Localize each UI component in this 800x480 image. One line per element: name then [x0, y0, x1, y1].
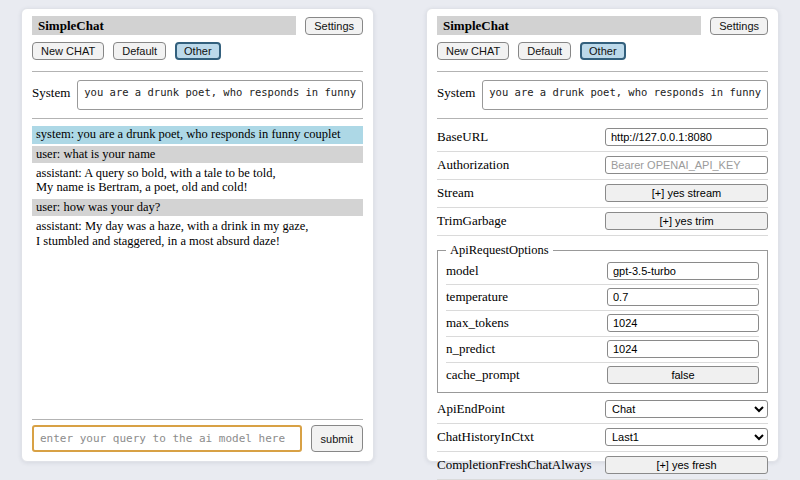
chat-message-user: user: what is your name — [32, 146, 363, 163]
setting-row-max-tokens: max_tokens — [446, 311, 759, 337]
message-line: user: what is your name — [36, 147, 359, 161]
setting-label: ApiEndPoint — [437, 401, 505, 417]
trimgarbage-toggle-button[interactable]: [+] yes trim — [605, 212, 768, 230]
message-line: My name is Bertram, a poet, old and cold… — [36, 180, 359, 194]
setting-row-chathistoryinctxt: ChatHistoryInCtxt Last1 — [437, 424, 768, 452]
setting-label: cache_prompt — [446, 367, 520, 383]
system-prompt-input[interactable] — [77, 80, 363, 110]
setting-label: TrimGarbage — [437, 213, 507, 229]
message-line: user: how was your day? — [36, 200, 359, 214]
system-prompt-input[interactable] — [482, 80, 768, 110]
tab-default[interactable]: Default — [518, 42, 571, 60]
setting-row-baseurl: BaseURL — [437, 124, 768, 152]
session-tabs: New CHAT Default Other — [32, 42, 363, 60]
setting-row-completionfreshchatalways: CompletionFreshChatAlways [+] yes fresh — [437, 452, 768, 480]
chat-message-assistant: assistant: A query so bold, with a tale … — [32, 165, 363, 197]
cache-prompt-toggle-button[interactable]: false — [607, 366, 759, 384]
api-request-options-fieldset: ApiRequestOptions model temperature max_… — [437, 243, 768, 393]
setting-row-n-predict: n_predict — [446, 337, 759, 363]
tab-other[interactable]: Other — [580, 42, 626, 60]
tab-default[interactable]: Default — [113, 42, 166, 60]
authorization-input[interactable] — [605, 156, 768, 174]
max-tokens-input[interactable] — [607, 314, 759, 332]
message-line: system: you are a drunk poet, who respon… — [36, 127, 359, 141]
setting-label: n_predict — [446, 341, 495, 357]
setting-row-model: model — [446, 259, 759, 285]
setting-label: ChatHistoryInCtxt — [437, 429, 534, 445]
chat-messages: system: you are a drunk poet, who respon… — [32, 126, 363, 252]
divider — [32, 118, 363, 119]
message-line: I stumbled and staggered, in a most absu… — [36, 234, 359, 248]
app-title: SimpleChat — [437, 16, 701, 35]
query-area: submit — [32, 414, 363, 452]
tab-new-chat[interactable]: New CHAT — [437, 42, 509, 60]
settings-panel: SimpleChat Settings New CHAT Default Oth… — [426, 8, 779, 462]
query-row: submit — [32, 425, 363, 452]
setting-label: model — [446, 263, 479, 279]
divider — [32, 71, 363, 72]
system-label: System — [437, 80, 475, 110]
message-line: assistant: A query so bold, with a tale … — [36, 166, 359, 180]
page: SimpleChat Settings New CHAT Default Oth… — [0, 0, 800, 480]
setting-label: max_tokens — [446, 315, 509, 331]
setting-row-temperature: temperature — [446, 285, 759, 311]
divider — [32, 419, 363, 420]
settings-button[interactable]: Settings — [710, 17, 768, 35]
tab-other[interactable]: Other — [175, 42, 221, 60]
message-line: assistant: My day was a haze, with a dri… — [36, 219, 359, 233]
system-label: System — [32, 80, 70, 110]
n-predict-input[interactable] — [607, 340, 759, 358]
system-prompt-row: System — [437, 80, 768, 110]
divider — [437, 118, 768, 119]
setting-label: Authorization — [437, 157, 509, 173]
stream-toggle-button[interactable]: [+] yes stream — [605, 184, 768, 202]
setting-label: temperature — [446, 289, 508, 305]
setting-row-authorization: Authorization — [437, 152, 768, 180]
app-title: SimpleChat — [32, 16, 296, 35]
query-input[interactable] — [32, 425, 302, 452]
setting-row-stream: Stream [+] yes stream — [437, 180, 768, 208]
tab-new-chat[interactable]: New CHAT — [32, 42, 104, 60]
titlebar: SimpleChat Settings — [32, 16, 363, 35]
completion-fresh-chat-toggle-button[interactable]: [+] yes fresh — [605, 456, 768, 474]
temperature-input[interactable] — [607, 288, 759, 306]
chat-panel: SimpleChat Settings New CHAT Default Oth… — [21, 8, 374, 462]
setting-row-cache-prompt: cache_prompt false — [446, 363, 759, 388]
fieldset-legend: ApiRequestOptions — [446, 243, 553, 258]
setting-label: Stream — [437, 185, 474, 201]
chat-message-system: system: you are a drunk poet, who respon… — [32, 126, 363, 143]
setting-row-trimgarbage: TrimGarbage [+] yes trim — [437, 208, 768, 236]
titlebar: SimpleChat Settings — [437, 16, 768, 35]
chat-history-in-ctxt-select[interactable]: Last1 — [605, 428, 768, 446]
chat-message-user: user: how was your day? — [32, 199, 363, 216]
setting-row-apiendpoint: ApiEndPoint Chat — [437, 396, 768, 424]
submit-button[interactable]: submit — [311, 425, 363, 452]
chat-message-assistant: assistant: My day was a haze, with a dri… — [32, 218, 363, 250]
divider — [437, 71, 768, 72]
setting-label: BaseURL — [437, 129, 488, 145]
setting-label: CompletionFreshChatAlways — [437, 457, 592, 473]
model-input[interactable] — [607, 262, 759, 280]
session-tabs: New CHAT Default Other — [437, 42, 768, 60]
settings-button[interactable]: Settings — [305, 17, 363, 35]
system-prompt-row: System — [32, 80, 363, 110]
api-endpoint-select[interactable]: Chat — [605, 400, 768, 418]
baseurl-input[interactable] — [605, 128, 768, 146]
